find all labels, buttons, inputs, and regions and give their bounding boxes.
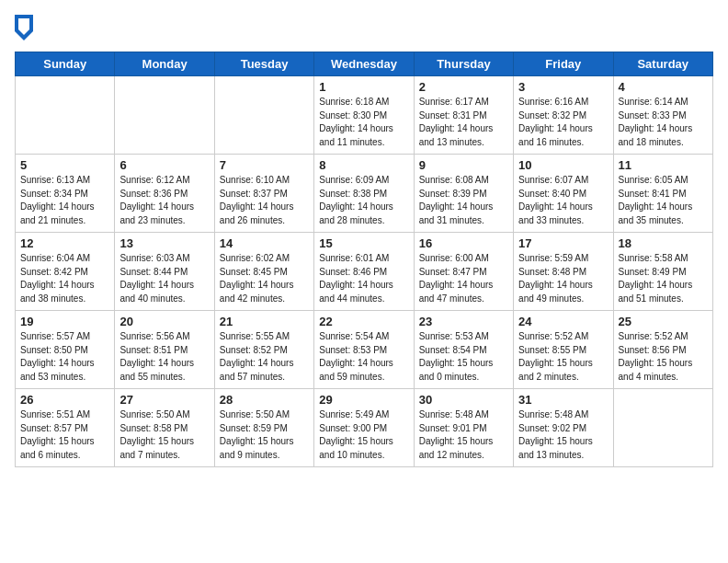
day-number: 2 (419, 80, 508, 94)
day-info: Sunrise: 6:05 AM Sunset: 8:41 PM Dayligh… (619, 174, 708, 227)
weekday-header-monday: Monday (115, 52, 214, 76)
day-number: 27 (119, 393, 209, 407)
day-info: Sunrise: 6:00 AM Sunset: 8:47 PM Dayligh… (419, 252, 508, 305)
day-info: Sunrise: 5:53 AM Sunset: 8:54 PM Dayligh… (419, 330, 508, 384)
calendar-cell: 20Sunrise: 5:56 AM Sunset: 8:51 PM Dayli… (115, 311, 214, 389)
calendar-cell (214, 76, 313, 155)
calendar-cell: 31Sunrise: 5:48 AM Sunset: 9:02 PM Dayli… (514, 389, 613, 467)
day-number: 17 (518, 236, 608, 250)
calendar-cell: 23Sunrise: 5:53 AM Sunset: 8:54 PM Dayli… (414, 311, 513, 389)
day-number: 24 (518, 315, 608, 328)
day-number: 19 (20, 315, 109, 328)
day-number: 31 (518, 393, 608, 407)
calendar-cell: 11Sunrise: 6:05 AM Sunset: 8:41 PM Dayli… (613, 155, 712, 233)
day-info: Sunrise: 5:48 AM Sunset: 9:02 PM Dayligh… (518, 408, 608, 462)
day-number: 6 (119, 158, 209, 172)
calendar-table: SundayMondayTuesdayWednesdayThursdayFrid… (15, 52, 713, 467)
calendar-cell (115, 76, 214, 155)
logo (15, 15, 37, 40)
calendar-cell: 2Sunrise: 6:17 AM Sunset: 8:31 PM Daylig… (414, 76, 513, 155)
day-info: Sunrise: 5:58 AM Sunset: 8:49 PM Dayligh… (619, 252, 708, 305)
calendar-cell: 29Sunrise: 5:49 AM Sunset: 9:00 PM Dayli… (314, 389, 414, 467)
day-number: 21 (220, 315, 309, 328)
calendar-cell: 21Sunrise: 5:55 AM Sunset: 8:52 PM Dayli… (214, 311, 313, 389)
day-info: Sunrise: 6:14 AM Sunset: 8:33 PM Dayligh… (619, 96, 708, 149)
calendar-cell: 6Sunrise: 6:12 AM Sunset: 8:36 PM Daylig… (115, 155, 214, 233)
calendar-cell: 1Sunrise: 6:18 AM Sunset: 8:30 PM Daylig… (314, 76, 414, 155)
day-number: 3 (518, 80, 608, 94)
day-info: Sunrise: 6:01 AM Sunset: 8:46 PM Dayligh… (319, 252, 408, 305)
day-number: 8 (319, 158, 408, 172)
weekday-header-friday: Friday (514, 52, 613, 76)
calendar-cell: 12Sunrise: 6:04 AM Sunset: 8:42 PM Dayli… (16, 233, 115, 311)
day-info: Sunrise: 6:13 AM Sunset: 8:34 PM Dayligh… (20, 174, 109, 227)
day-number: 20 (119, 315, 209, 328)
day-info: Sunrise: 6:08 AM Sunset: 8:39 PM Dayligh… (419, 174, 508, 227)
week-row-2: 5Sunrise: 6:13 AM Sunset: 8:34 PM Daylig… (16, 155, 713, 233)
calendar-cell: 14Sunrise: 6:02 AM Sunset: 8:45 PM Dayli… (214, 233, 313, 311)
day-number: 10 (518, 158, 608, 172)
calendar-cell (16, 76, 115, 155)
calendar-cell: 28Sunrise: 5:50 AM Sunset: 8:59 PM Dayli… (214, 389, 313, 467)
calendar-cell: 26Sunrise: 5:51 AM Sunset: 8:57 PM Dayli… (16, 389, 115, 467)
calendar-cell: 5Sunrise: 6:13 AM Sunset: 8:34 PM Daylig… (16, 155, 115, 233)
calendar-cell: 19Sunrise: 5:57 AM Sunset: 8:50 PM Dayli… (16, 311, 115, 389)
calendar-cell: 22Sunrise: 5:54 AM Sunset: 8:53 PM Dayli… (314, 311, 414, 389)
calendar-cell: 13Sunrise: 6:03 AM Sunset: 8:44 PM Dayli… (115, 233, 214, 311)
day-info: Sunrise: 5:50 AM Sunset: 8:58 PM Dayligh… (119, 408, 209, 462)
day-number: 16 (419, 236, 508, 250)
page: SundayMondayTuesdayWednesdayThursdayFrid… (0, 0, 728, 477)
calendar-cell: 24Sunrise: 5:52 AM Sunset: 8:55 PM Dayli… (514, 311, 613, 389)
day-number: 9 (419, 158, 508, 172)
day-info: Sunrise: 5:48 AM Sunset: 9:01 PM Dayligh… (419, 408, 508, 462)
day-info: Sunrise: 5:56 AM Sunset: 8:51 PM Dayligh… (119, 330, 209, 384)
day-number: 28 (220, 393, 309, 407)
day-number: 29 (319, 393, 408, 407)
day-info: Sunrise: 5:49 AM Sunset: 9:00 PM Dayligh… (319, 408, 408, 462)
calendar-cell: 8Sunrise: 6:09 AM Sunset: 8:38 PM Daylig… (314, 155, 414, 233)
day-info: Sunrise: 5:59 AM Sunset: 8:48 PM Dayligh… (518, 252, 608, 305)
day-info: Sunrise: 5:55 AM Sunset: 8:52 PM Dayligh… (220, 330, 309, 384)
weekday-header-sunday: Sunday (16, 52, 115, 76)
day-number: 5 (20, 158, 109, 172)
day-info: Sunrise: 6:04 AM Sunset: 8:42 PM Dayligh… (20, 252, 109, 305)
calendar-cell: 4Sunrise: 6:14 AM Sunset: 8:33 PM Daylig… (613, 76, 712, 155)
calendar-cell: 17Sunrise: 5:59 AM Sunset: 8:48 PM Dayli… (514, 233, 613, 311)
calendar-cell: 18Sunrise: 5:58 AM Sunset: 8:49 PM Dayli… (613, 233, 712, 311)
day-info: Sunrise: 5:51 AM Sunset: 8:57 PM Dayligh… (20, 408, 109, 462)
day-info: Sunrise: 5:54 AM Sunset: 8:53 PM Dayligh… (319, 330, 408, 384)
calendar-cell: 25Sunrise: 5:52 AM Sunset: 8:56 PM Dayli… (613, 311, 712, 389)
day-info: Sunrise: 5:52 AM Sunset: 8:56 PM Dayligh… (619, 330, 708, 384)
day-number: 15 (319, 236, 408, 250)
weekday-header-row: SundayMondayTuesdayWednesdayThursdayFrid… (16, 52, 713, 76)
week-row-5: 26Sunrise: 5:51 AM Sunset: 8:57 PM Dayli… (16, 389, 713, 467)
day-info: Sunrise: 5:52 AM Sunset: 8:55 PM Dayligh… (518, 330, 608, 384)
day-number: 26 (20, 393, 109, 407)
weekday-header-saturday: Saturday (613, 52, 712, 76)
day-number: 30 (419, 393, 508, 407)
calendar-cell: 7Sunrise: 6:10 AM Sunset: 8:37 PM Daylig… (214, 155, 313, 233)
day-info: Sunrise: 6:10 AM Sunset: 8:37 PM Dayligh… (220, 174, 309, 227)
calendar-cell: 30Sunrise: 5:48 AM Sunset: 9:01 PM Dayli… (414, 389, 513, 467)
day-info: Sunrise: 6:02 AM Sunset: 8:45 PM Dayligh… (220, 252, 309, 305)
day-info: Sunrise: 6:12 AM Sunset: 8:36 PM Dayligh… (119, 174, 209, 227)
day-info: Sunrise: 6:18 AM Sunset: 8:30 PM Dayligh… (319, 96, 408, 149)
day-number: 23 (419, 315, 508, 328)
calendar-cell: 16Sunrise: 6:00 AM Sunset: 8:47 PM Dayli… (414, 233, 513, 311)
day-number: 13 (119, 236, 209, 250)
week-row-1: 1Sunrise: 6:18 AM Sunset: 8:30 PM Daylig… (16, 76, 713, 155)
day-number: 14 (220, 236, 309, 250)
day-info: Sunrise: 5:50 AM Sunset: 8:59 PM Dayligh… (220, 408, 309, 462)
day-number: 18 (619, 236, 708, 250)
day-number: 7 (220, 158, 309, 172)
day-number: 12 (20, 236, 109, 250)
calendar-cell: 3Sunrise: 6:16 AM Sunset: 8:32 PM Daylig… (514, 76, 613, 155)
header (15, 15, 713, 40)
day-number: 11 (619, 158, 708, 172)
weekday-header-thursday: Thursday (414, 52, 513, 76)
day-info: Sunrise: 6:17 AM Sunset: 8:31 PM Dayligh… (419, 96, 508, 149)
day-number: 22 (319, 315, 408, 328)
day-info: Sunrise: 6:07 AM Sunset: 8:40 PM Dayligh… (518, 174, 608, 227)
day-number: 4 (619, 80, 708, 94)
week-row-4: 19Sunrise: 5:57 AM Sunset: 8:50 PM Dayli… (16, 311, 713, 389)
